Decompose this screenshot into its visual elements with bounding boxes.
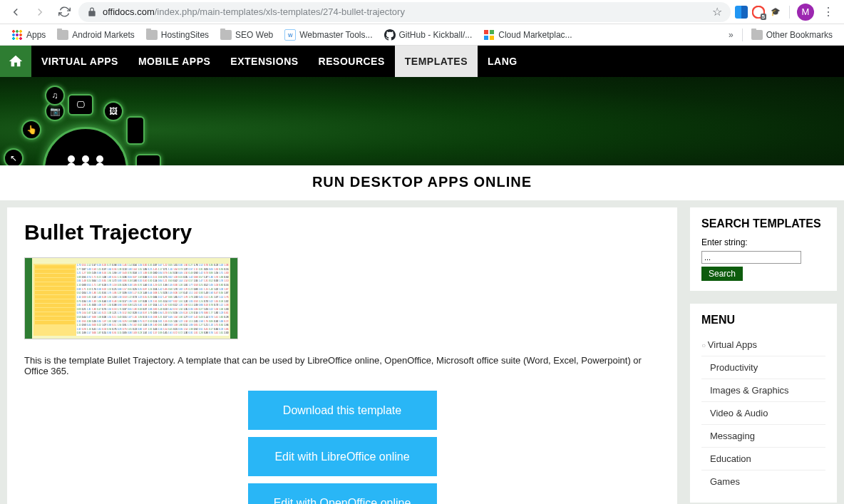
browser-toolbar: offidocs.com/index.php/main-templates/xl…: [0, 0, 844, 24]
bookmark-label: GitHub - Kickball/...: [399, 30, 473, 40]
cloud-marketplace-icon: [483, 29, 495, 41]
bookmark-apps[interactable]: Apps: [7, 26, 50, 43]
bookmark-label: Android Markets: [72, 30, 134, 40]
divider: [742, 29, 743, 41]
nav-virtual-apps[interactable]: VIRTUAL APPS: [31, 46, 128, 77]
bookmark-folder[interactable]: HostingSites: [142, 27, 213, 43]
page-title: Bullet Trajectory: [24, 220, 660, 245]
bookmark-folder[interactable]: Android Markets: [53, 27, 138, 43]
svg-rect-4: [490, 36, 494, 40]
nav-extensions[interactable]: EXTENSIONS: [220, 46, 308, 77]
bookmark-label: Cloud Marketplac...: [498, 30, 572, 40]
bookmark-label: SEO Web: [235, 30, 273, 40]
menu-list: Virtual Apps Productivity Images & Graph…: [701, 334, 825, 493]
tagline: RUN DESKTOP APPS ONLINE: [0, 165, 844, 200]
menu-item[interactable]: Messaging: [701, 424, 825, 447]
search-label: Enter string:: [701, 237, 825, 247]
menu-item[interactable]: Productivity: [701, 356, 825, 379]
extension-icon-scholar[interactable]: 🎓: [769, 6, 782, 19]
svg-rect-1: [484, 30, 488, 34]
search-input[interactable]: [701, 251, 801, 264]
github-icon: [384, 29, 396, 41]
bookmark-label: Other Bookmarks: [766, 30, 833, 40]
bookmark-star-icon[interactable]: ☆: [712, 5, 722, 19]
site-nav: VIRTUAL APPS MOBILE APPS EXTENSIONS RESO…: [0, 46, 844, 77]
hero-banner: ↖ 👆 📷 ♫ 🖵 🖼: [0, 77, 844, 165]
home-button[interactable]: [0, 46, 31, 77]
extension-badge: 5: [761, 14, 766, 20]
forward-button[interactable]: [30, 2, 50, 22]
svg-rect-2: [490, 30, 494, 34]
lock-icon: [87, 7, 97, 17]
folder-icon: [751, 30, 763, 40]
menu-item[interactable]: Images & Graphics: [701, 379, 825, 401]
page-body: Bullet Trajectory 1.700.551.521.970.290.…: [0, 200, 844, 504]
bookmarks-overflow-icon[interactable]: »: [724, 30, 738, 40]
nav-templates[interactable]: TEMPLATES: [395, 46, 478, 77]
reload-button[interactable]: [54, 2, 74, 22]
menu-item[interactable]: Education: [701, 447, 825, 470]
chrome-menu-icon[interactable]: ⋮: [818, 5, 838, 19]
template-description: This is the template Bullet Trajectory. …: [24, 355, 660, 376]
bookmarks-bar: Apps Android Markets HostingSites SEO We…: [0, 24, 844, 46]
bookmark-label: HostingSites: [161, 30, 209, 40]
search-button[interactable]: Search: [701, 267, 743, 281]
bookmark-label: Apps: [26, 30, 46, 40]
home-icon: [8, 53, 24, 69]
download-button[interactable]: Download this template: [248, 391, 437, 430]
menu-item[interactable]: Video & Audio: [701, 401, 825, 424]
folder-icon: [146, 30, 158, 40]
bookmark-item[interactable]: wWebmaster Tools...: [280, 26, 376, 43]
back-button[interactable]: [6, 2, 26, 22]
svg-rect-3: [484, 36, 488, 40]
menu-title: MENU: [701, 314, 825, 326]
main-column: Bullet Trajectory 1.700.551.521.970.290.…: [7, 207, 677, 504]
folder-icon: [57, 30, 68, 40]
profile-avatar[interactable]: M: [797, 4, 814, 21]
bookmark-item[interactable]: GitHub - Kickball/...: [380, 26, 477, 43]
menu-item-virtual-apps[interactable]: Virtual Apps: [701, 334, 825, 356]
apps-icon: [11, 29, 23, 41]
bookmark-item[interactable]: Cloud Marketplac...: [479, 26, 576, 43]
template-thumbnail[interactable]: 1.700.551.521.970.290.200.720.980.561.46…: [24, 257, 238, 339]
folder-icon: [220, 30, 232, 40]
hero-graphic: ↖ 👆 📷 ♫ 🖵 🖼: [4, 84, 168, 165]
divider: [789, 6, 790, 19]
other-bookmarks[interactable]: Other Bookmarks: [747, 27, 837, 43]
menu-item[interactable]: Games: [701, 470, 825, 493]
nav-resources[interactable]: RESOURCES: [309, 46, 395, 77]
sidebar: SEARCH TEMPLATES Enter string: Search ME…: [690, 207, 837, 504]
edit-openoffice-button[interactable]: Edit with OpenOffice online: [248, 483, 437, 504]
bookmark-folder[interactable]: SEO Web: [216, 27, 277, 43]
url-text: offidocs.com/index.php/main-templates/xl…: [103, 6, 706, 17]
address-bar[interactable]: offidocs.com/index.php/main-templates/xl…: [78, 2, 731, 22]
menu-card: MENU Virtual Apps Productivity Images & …: [690, 304, 837, 503]
nav-lang[interactable]: LANG: [478, 46, 528, 77]
search-title: SEARCH TEMPLATES: [701, 217, 825, 230]
bookmark-label: Webmaster Tools...: [299, 30, 372, 40]
webmaster-icon: w: [284, 29, 296, 41]
extension-icon-opera[interactable]: 5: [752, 6, 765, 19]
extension-icon-1[interactable]: [735, 6, 748, 19]
nav-mobile-apps[interactable]: MOBILE APPS: [128, 46, 220, 77]
search-card: SEARCH TEMPLATES Enter string: Search: [690, 207, 837, 291]
edit-libreoffice-button[interactable]: Edit with LibreOffice online: [248, 437, 437, 476]
action-buttons: Download this template Edit with LibreOf…: [24, 391, 660, 504]
